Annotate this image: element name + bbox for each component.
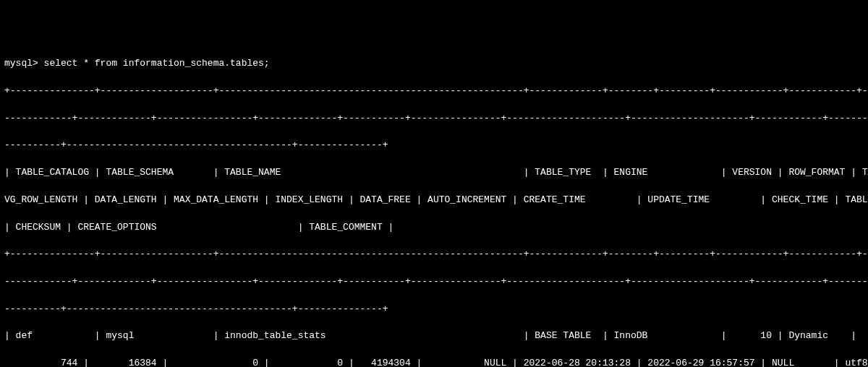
header-line-2: VG_ROW_LENGTH | DATA_LENGTH | MAX_DATA_L… [4, 194, 864, 207]
separator-top-2: ------------+-------------+-------------… [4, 112, 864, 126]
table-row: 744 | 16384 | 0 | 0 | 4194304 | NULL | 2… [4, 357, 864, 367]
separator-top-1: +---------------+--------------------+--… [4, 85, 864, 98]
header-line-3: | CHECKSUM | CREATE_OPTIONS | TABLE_COMM… [4, 221, 864, 235]
sql-command: select * from information_schema.tables; [44, 58, 270, 69]
header-line-1: | TABLE_CATALOG | TABLE_SCHEMA | TABLE_N… [4, 166, 864, 180]
separator-top-3: ----------+-----------------------------… [4, 139, 864, 152]
separator-mid-1: +---------------+--------------------+--… [4, 248, 864, 262]
table-row: | def | mysql | innodb_table_stats | BAS… [4, 329, 864, 343]
separator-mid-2: ------------+-------------+-------------… [4, 275, 864, 289]
mysql-prompt: mysql> [4, 58, 44, 69]
prompt-line[interactable]: mysql> select * from information_schema.… [4, 57, 864, 71]
separator-mid-3: ----------+-----------------------------… [4, 303, 864, 316]
